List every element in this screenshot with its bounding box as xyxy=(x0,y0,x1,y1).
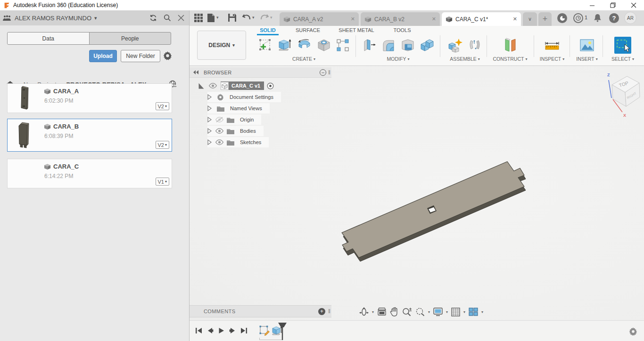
expand-arrow-icon[interactable] xyxy=(207,117,212,122)
tab-list-dropdown[interactable]: ∨ xyxy=(523,12,537,26)
save-icon[interactable] xyxy=(228,14,236,22)
undo-icon[interactable] xyxy=(242,14,251,21)
expand-arrow-icon[interactable] xyxy=(207,106,212,111)
notifications-bell-icon[interactable] xyxy=(594,14,601,22)
doc-tab-cara-a[interactable]: CARA_A v2 ✕ xyxy=(280,12,359,26)
redo-chevron-icon[interactable]: ▾ xyxy=(270,15,272,20)
measure-button[interactable] xyxy=(543,37,561,53)
insert-canvas-button[interactable] xyxy=(578,38,595,53)
shell-button[interactable] xyxy=(399,37,416,54)
group-label-modify[interactable]: MODIFY▾ xyxy=(387,56,410,62)
app-grid-icon[interactable] xyxy=(194,14,203,22)
help-icon[interactable]: ? xyxy=(609,13,619,23)
ribbon-tab-surface[interactable]: SURFACE xyxy=(292,27,323,33)
go-to-start-icon[interactable] xyxy=(195,327,202,334)
zoom-icon[interactable] xyxy=(402,307,412,317)
expand-arrow-icon[interactable] xyxy=(207,128,212,134)
file-card-cara-c[interactable]: CARA_C 6:14:22 PM V1▾ xyxy=(7,159,172,188)
model-cara-c[interactable] xyxy=(330,155,537,268)
group-label-select[interactable]: SELECT▾ xyxy=(611,56,634,62)
browser-item-origin[interactable]: Origin xyxy=(207,114,261,125)
version-dropdown[interactable]: V1▾ xyxy=(156,178,169,186)
revolve-button[interactable] xyxy=(296,37,314,54)
workspace-selector[interactable]: DESIGN▾ xyxy=(197,31,246,60)
new-folder-button[interactable]: New Folder xyxy=(121,50,160,62)
eye-hidden-icon[interactable] xyxy=(215,117,223,122)
ribbon-tab-solid[interactable]: SOLID xyxy=(257,27,279,33)
add-comment-icon[interactable]: + xyxy=(318,308,325,315)
select-tool-button[interactable] xyxy=(614,37,631,54)
new-tab-button[interactable]: + xyxy=(538,12,552,26)
file-name[interactable]: CARA_B xyxy=(53,123,79,130)
play-icon[interactable] xyxy=(218,327,224,334)
file-card-cara-b[interactable]: CARA_B 6:08:39 PM V2▾ xyxy=(7,119,172,152)
group-label-create[interactable]: CREATE▾ xyxy=(292,56,315,62)
pattern-button[interactable] xyxy=(334,37,351,54)
expand-arrow-icon[interactable] xyxy=(207,139,212,145)
browser-root-selected[interactable]: CARA_C v1 xyxy=(221,81,264,90)
file-name[interactable]: CARA_C xyxy=(53,163,79,170)
doc-tab-cara-b[interactable]: CARA_B v2 ✕ xyxy=(361,12,440,26)
extensions-icon[interactable] xyxy=(557,13,567,23)
zoom-window-icon[interactable] xyxy=(415,307,425,317)
ribbon-tab-sheetmetal[interactable]: SHEET METAL xyxy=(336,27,377,33)
file-menu-icon[interactable] xyxy=(207,14,215,22)
hole-button[interactable] xyxy=(315,37,332,54)
look-at-icon[interactable] xyxy=(377,308,387,316)
file-menu-chevron-icon[interactable]: ▾ xyxy=(216,15,219,20)
create-sketch-button[interactable] xyxy=(257,37,274,54)
restore-button[interactable] xyxy=(603,0,623,10)
browser-item-bodies[interactable]: Bodies xyxy=(207,126,264,136)
file-card-cara-a[interactable]: CARA_A 6:02:30 PM V2▾ xyxy=(7,83,172,113)
timeline-sketch-feature[interactable] xyxy=(258,325,270,337)
extrude-button[interactable] xyxy=(276,37,294,54)
close-tab-icon[interactable]: ✕ xyxy=(509,16,517,22)
group-label-assemble[interactable]: ASSEMBLE▾ xyxy=(450,56,480,62)
doc-tab-cara-c[interactable]: CARA_C v1* ✕ xyxy=(442,12,521,26)
close-window-button[interactable] xyxy=(623,0,644,10)
close-tab-icon[interactable]: ✕ xyxy=(347,16,355,22)
construct-plane-button[interactable] xyxy=(501,36,520,54)
browser-grip-handle[interactable]: ‖ xyxy=(328,69,330,76)
pan-hand-icon[interactable] xyxy=(390,307,399,317)
display-settings-icon[interactable] xyxy=(433,308,443,316)
viewports-chevron-icon[interactable]: ▾ xyxy=(481,310,483,314)
panel-settings-gear-icon[interactable] xyxy=(163,51,172,60)
close-tab-icon[interactable]: ✕ xyxy=(428,16,436,22)
browser-item-named-views[interactable]: Named Views xyxy=(207,103,270,114)
new-component-button[interactable] xyxy=(446,37,464,54)
tab-data[interactable]: Data xyxy=(8,32,89,44)
account-name[interactable]: ALEX RAMOS RAYMUNDO xyxy=(15,15,91,22)
browser-item-sketches[interactable]: Sketches xyxy=(207,137,269,147)
step-forward-icon[interactable] xyxy=(229,327,236,334)
go-to-end-icon[interactable] xyxy=(240,327,248,334)
version-dropdown[interactable]: V2▾ xyxy=(156,102,169,110)
viewports-icon[interactable] xyxy=(469,308,478,316)
viewcube[interactable]: TOP RIGHT Z X xyxy=(603,70,642,119)
step-back-icon[interactable] xyxy=(207,327,214,334)
browser-root-row[interactable]: CARA_C v1 xyxy=(198,81,274,91)
job-status-clock-icon[interactable] xyxy=(573,13,583,23)
press-pull-button[interactable] xyxy=(361,37,378,54)
ribbon-tab-tools[interactable]: TOOLS xyxy=(390,27,414,33)
expand-arrow-icon[interactable] xyxy=(207,94,212,100)
comments-grip-handle[interactable]: ‖ xyxy=(328,308,330,315)
undo-chevron-icon[interactable]: ▾ xyxy=(252,15,255,20)
user-avatar[interactable]: AR xyxy=(624,12,636,24)
file-name[interactable]: CARA_A xyxy=(53,88,79,95)
eye-visible-icon[interactable] xyxy=(215,139,223,145)
expand-collapse-icon[interactable] xyxy=(198,83,205,89)
orbit-chevron-icon[interactable]: ▾ xyxy=(372,310,374,314)
activate-component-radio-icon[interactable] xyxy=(267,82,274,89)
fillet-button[interactable] xyxy=(380,37,397,54)
eye-visible-icon[interactable] xyxy=(209,83,217,89)
minimize-button[interactable] xyxy=(582,0,603,10)
version-dropdown[interactable]: V2▾ xyxy=(156,141,169,149)
group-label-inspect[interactable]: INSPECT▾ xyxy=(540,56,565,62)
search-icon[interactable] xyxy=(164,14,171,22)
viewport-canvas[interactable]: TOP RIGHT Z X BROWSER – ‖ CARA xyxy=(190,66,644,341)
refresh-icon[interactable] xyxy=(149,14,157,22)
timeline-settings-gear-icon[interactable] xyxy=(629,327,637,336)
orbit-icon[interactable] xyxy=(359,307,369,317)
redo-icon[interactable] xyxy=(260,14,269,21)
